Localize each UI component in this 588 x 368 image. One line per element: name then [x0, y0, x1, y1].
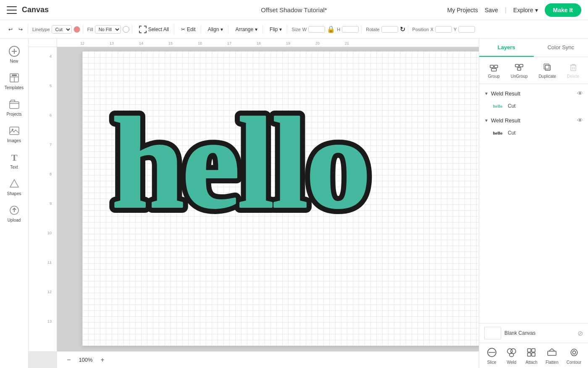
- text-icon: T: [8, 151, 20, 163]
- explore-button[interactable]: Explore ▾: [513, 7, 538, 13]
- document-title: Offset Shadow Tutorial*: [261, 6, 327, 13]
- contour-icon: [568, 347, 580, 358]
- redo-icon: ↪: [18, 26, 23, 32]
- duplicate-button[interactable]: Duplicate: [535, 61, 559, 80]
- projects-label: Projects: [6, 112, 21, 116]
- align-button[interactable]: Align ▾: [205, 25, 226, 34]
- sidebar-item-projects[interactable]: Projects: [2, 95, 27, 120]
- svg-rect-36: [491, 69, 496, 71]
- layer-visibility-1[interactable]: 👁: [577, 90, 583, 97]
- svg-text:7: 7: [50, 143, 52, 147]
- flip-button[interactable]: Flip ▾: [267, 25, 284, 34]
- tab-color-sync[interactable]: Color Sync: [534, 39, 588, 57]
- layer-group-header-1[interactable]: ▼ Weld Result 👁: [479, 87, 588, 99]
- undo-button[interactable]: ↩: [6, 25, 15, 34]
- right-panel: Layers Color Sync Group UnGroup: [479, 39, 588, 368]
- sidebar-item-new[interactable]: New: [2, 42, 27, 67]
- group-button[interactable]: Group: [485, 61, 503, 80]
- sidebar-item-upload[interactable]: Upload: [2, 201, 27, 226]
- zoom-in-button[interactable]: +: [97, 355, 108, 365]
- hello-artwork[interactable]: hello hello: [108, 77, 435, 236]
- layers-content: ▼ Weld Result 👁 hello Cut ▼ Weld Result …: [479, 84, 588, 323]
- svg-rect-51: [528, 349, 531, 352]
- svg-rect-4: [12, 74, 17, 76]
- top-nav: Canvas Offset Shadow Tutorial* My Projec…: [0, 0, 588, 20]
- redo-button[interactable]: ↪: [16, 25, 25, 34]
- my-projects-link[interactable]: My Projects: [447, 7, 478, 13]
- fill-color-swatch[interactable]: [123, 26, 129, 33]
- ungroup-icon: [514, 62, 524, 72]
- height-input[interactable]: [342, 26, 359, 33]
- svg-text:19: 19: [286, 41, 290, 45]
- rotate-input[interactable]: [381, 26, 398, 33]
- size-group: Size W 🔒 H: [289, 25, 362, 33]
- layer-thumb-hello-2: hello: [493, 130, 503, 135]
- flip-group: Flip ▾: [265, 25, 287, 34]
- templates-icon: [8, 72, 20, 84]
- svg-text:10: 10: [47, 231, 52, 235]
- layer-group-2: ▼ Weld Result 👁 hello Cut: [479, 114, 588, 140]
- layer-item-1[interactable]: hello Cut: [479, 99, 588, 113]
- sidebar-item-shapes[interactable]: Shapes: [2, 175, 27, 199]
- weld-button[interactable]: Weld: [502, 345, 521, 366]
- y-input[interactable]: [458, 26, 475, 33]
- linetype-select[interactable]: Cut: [52, 25, 72, 34]
- svg-text:16: 16: [198, 41, 202, 45]
- attach-button[interactable]: Attach: [522, 345, 541, 366]
- select-all-button[interactable]: Select All: [136, 24, 171, 35]
- arrange-chevron-icon: ▾: [255, 26, 257, 32]
- width-input[interactable]: [308, 26, 325, 33]
- make-it-button[interactable]: Make It: [545, 3, 581, 17]
- zoom-out-button[interactable]: −: [64, 355, 74, 365]
- layer-visibility-2[interactable]: 👁: [577, 117, 583, 124]
- sidebar-item-text[interactable]: T Text: [2, 148, 27, 173]
- x-input[interactable]: [435, 26, 452, 33]
- arrange-group: Arrange ▾: [230, 25, 263, 34]
- sidebar-item-images[interactable]: Images: [2, 122, 27, 146]
- slice-icon: [486, 347, 498, 358]
- weld-label: Weld: [507, 360, 517, 365]
- flatten-button[interactable]: Flatten: [542, 345, 562, 366]
- layer-group-header-2[interactable]: ▼ Weld Result 👁: [479, 114, 588, 126]
- svg-rect-54: [532, 353, 535, 356]
- zoom-out-icon: −: [67, 356, 71, 364]
- svg-text:13: 13: [47, 319, 52, 323]
- contour-label: Contour: [567, 360, 582, 365]
- delete-icon: [568, 62, 578, 72]
- svg-text:9: 9: [50, 201, 52, 206]
- delete-button[interactable]: Delete: [564, 61, 583, 80]
- slice-button[interactable]: Slice: [483, 345, 501, 366]
- arrange-button[interactable]: Arrange ▾: [233, 25, 260, 34]
- blank-canvas-label: Blank Canvas: [504, 330, 574, 336]
- linetype-color-swatch[interactable]: [74, 26, 80, 33]
- lock-icon: 🔒: [327, 25, 335, 33]
- blank-canvas-visibility-icon[interactable]: ⊘: [578, 329, 583, 337]
- undo-icon: ↩: [8, 26, 13, 32]
- linetype-label: Linetype: [32, 27, 50, 32]
- ungroup-button[interactable]: UnGroup: [507, 61, 531, 80]
- tab-layers[interactable]: Layers: [479, 39, 534, 57]
- zoom-level[interactable]: 100%: [77, 357, 94, 363]
- align-group: Align ▾: [203, 25, 229, 34]
- edit-button[interactable]: ✂ Edit: [178, 25, 198, 34]
- svg-text:hello: hello: [112, 91, 369, 235]
- rotate-label: Rotate: [366, 27, 379, 32]
- slice-label: Slice: [487, 360, 496, 365]
- menu-icon[interactable]: [7, 5, 17, 15]
- save-link[interactable]: Save: [485, 7, 498, 13]
- contour-button[interactable]: Contour: [563, 345, 585, 366]
- canvas-content[interactable]: hello hello: [57, 47, 479, 351]
- ruler-top: 12 13 14 15 16 17 18 19 20 21: [57, 39, 479, 47]
- svg-text:8: 8: [50, 172, 52, 176]
- layer-item-2[interactable]: hello Cut: [479, 126, 588, 140]
- nav-separator: |: [505, 6, 507, 14]
- svg-text:T: T: [11, 152, 17, 163]
- canvas-area[interactable]: 12 13 14 15 16 17 18 19 20 21 4 5 6 7 8 …: [29, 39, 479, 368]
- fill-select[interactable]: No Fill: [95, 25, 121, 34]
- svg-marker-9: [10, 180, 18, 187]
- svg-rect-53: [528, 353, 531, 356]
- rotate-group: Rotate ↻: [363, 25, 408, 33]
- position-group: Position X Y: [410, 26, 478, 33]
- sidebar-item-templates[interactable]: Templates: [2, 69, 27, 93]
- svg-rect-39: [517, 68, 521, 70]
